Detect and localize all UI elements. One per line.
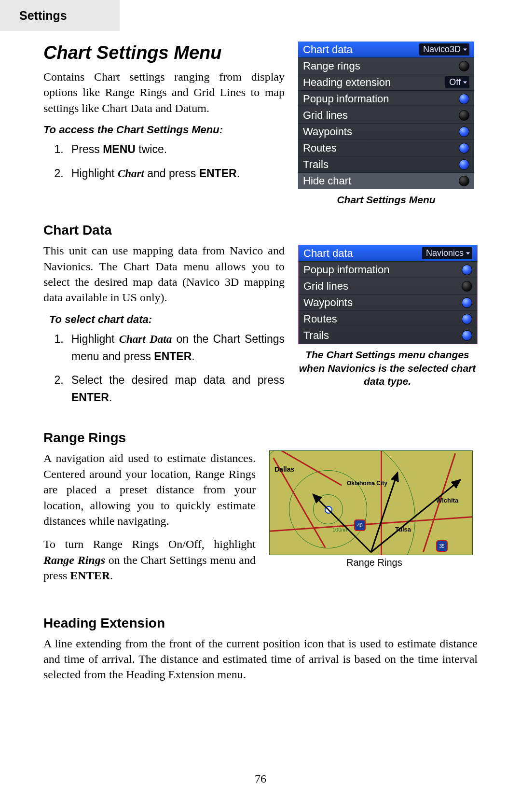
menu-row-label: Chart data: [303, 43, 353, 56]
range-rings-map-figure: 40 35 Dallas Oklahoma City Tulsa Wichita…: [269, 450, 473, 555]
heading-extension-heading: Heading Extension: [43, 616, 478, 631]
menu-row: Popup information: [299, 262, 477, 278]
menu-row: Chart dataNavionics: [299, 245, 477, 262]
header-tab: Settings: [0, 0, 120, 31]
menu-row: Waypoints: [299, 294, 477, 311]
menu-row: Range rings: [298, 58, 474, 74]
range-rings-heading: Range Rings: [43, 430, 478, 446]
menu-row: Hide chart: [298, 173, 474, 189]
city-dallas: Dallas: [274, 465, 294, 473]
access-lead: To access the Chart Settings Menu:: [43, 124, 285, 136]
page-number: 76: [0, 772, 521, 785]
toggle-on-icon: [459, 94, 469, 104]
menu-row: Trails: [299, 327, 477, 344]
access-steps: Press MENU twice. Highlight Chart and pr…: [67, 141, 285, 182]
chart-settings-menu-figure: Chart dataNavico3DRange ringsHeading ext…: [298, 42, 474, 189]
menu2-caption: The Chart Settings menu changes when Nav…: [298, 348, 477, 388]
menu-row: Routes: [299, 311, 477, 327]
heading-extension-body: A line extending from the front of the c…: [43, 636, 478, 683]
toggle-on-icon: [462, 330, 472, 341]
menu-row: Chart dataNavico3D: [298, 42, 474, 58]
menu-row-label: Popup information: [303, 93, 389, 105]
select-steps: Highlight Chart Data on the Chart Settin…: [67, 331, 285, 406]
menu-row-label: Grid lines: [303, 280, 348, 293]
menu-row: Waypoints: [298, 124, 474, 140]
access-step-1: Press MENU twice.: [67, 141, 285, 158]
menu-row: Routes: [298, 140, 474, 156]
menu-row-label: Trails: [303, 329, 329, 342]
intro-text: Contains Chart settings ranging from dis…: [43, 69, 285, 116]
chart-data-body: This unit can use mapping data from Navi…: [43, 243, 285, 306]
menu-row-value: Off: [445, 76, 469, 88]
menu-row: Trails: [298, 156, 474, 173]
toggle-on-icon: [459, 143, 469, 154]
menu-row-label: Range rings: [303, 60, 360, 72]
menu-row-label: Heading extension: [303, 76, 391, 89]
toggle-off-icon: [459, 110, 469, 121]
city-okc: Oklahoma City: [347, 480, 387, 487]
menu-row-value: Navico3D: [419, 43, 469, 56]
toggle-off-icon: [462, 281, 472, 292]
menu-row-label: Routes: [303, 313, 337, 325]
toggle-on-icon: [462, 297, 472, 308]
menu-row: Heading extensionOff: [298, 74, 474, 91]
toggle-on-icon: [459, 159, 469, 170]
range-rings-body2: To turn Range Rings On/Off, highlight Ra…: [43, 536, 256, 583]
toggle-off-icon: [459, 61, 469, 71]
access-step-2: Highlight Chart and press ENTER.: [67, 165, 285, 182]
menu-row-label: Grid lines: [303, 109, 348, 122]
navionics-menu-figure: Chart dataNavionicsPopup informationGrid…: [298, 245, 478, 344]
toggle-on-icon: [462, 265, 472, 275]
toggle-off-icon: [459, 176, 469, 186]
menu-row-label: Waypoints: [303, 126, 352, 138]
menu-row: Grid lines: [299, 278, 477, 294]
menu-row-label: Waypoints: [303, 296, 353, 309]
header-tab-label: Settings: [19, 9, 67, 23]
menu-row-label: Trails: [303, 158, 329, 171]
menu-row-value: Navionics: [422, 247, 472, 259]
menu-row-label: Popup information: [303, 264, 390, 276]
menu1-caption: Chart Settings Menu: [298, 193, 474, 206]
section-title: Chart Settings Menu: [43, 42, 285, 63]
map-caption: Range Rings: [346, 557, 473, 568]
menu-row: Grid lines: [298, 107, 474, 124]
chart-data-heading: Chart Data: [43, 223, 478, 238]
city-wichita: Wichita: [436, 497, 458, 504]
menu-row-label: Routes: [303, 142, 337, 154]
select-step-1: Highlight Chart Data on the Chart Settin…: [67, 331, 285, 365]
range-label: 100nm: [332, 527, 349, 532]
toggle-on-icon: [462, 314, 472, 324]
menu-row-label: Chart data: [303, 247, 353, 260]
range-rings-body1: A navigation aid used to estimate distan…: [43, 450, 256, 529]
menu-row: Popup information: [298, 91, 474, 107]
select-step-2: Select the desired map data and press EN…: [67, 372, 285, 406]
select-lead: To select chart data:: [49, 313, 285, 326]
toggle-on-icon: [459, 126, 469, 137]
city-tulsa: Tulsa: [395, 526, 411, 533]
menu-row-label: Hide chart: [303, 175, 351, 187]
